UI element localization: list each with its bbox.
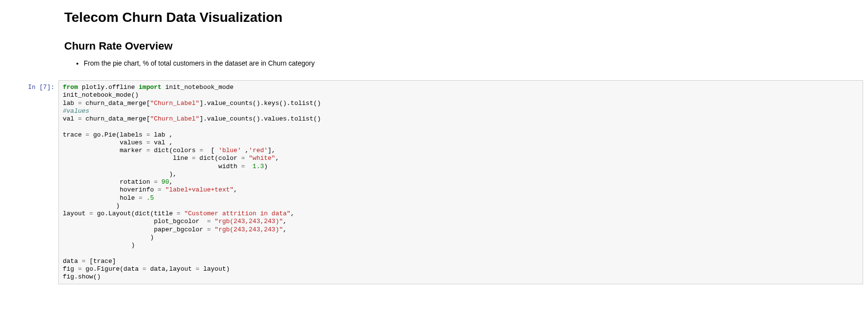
code-text: data,layout (146, 265, 196, 273)
operator: = (154, 178, 158, 186)
operator: = (139, 194, 143, 202)
code-text: , (234, 186, 237, 193)
code-text: hole (63, 194, 139, 202)
code-text: , (241, 147, 249, 154)
string: 'red' (249, 147, 268, 154)
code-text: , (290, 210, 294, 217)
operator: = (78, 265, 82, 273)
string: "label+value+text" (165, 186, 234, 193)
code-text: line (63, 155, 192, 162)
input-prompt: In [7]: (0, 80, 58, 91)
string: "white" (249, 155, 275, 162)
code-text: ].value_counts().keys().tolist() (199, 100, 321, 107)
code-text: val , (150, 139, 173, 146)
operator: = (86, 131, 90, 139)
operator: = (177, 210, 181, 217)
operator: = (207, 218, 211, 225)
code-text: ) (63, 234, 154, 241)
keyword: from (63, 84, 78, 91)
markdown-cell: Telecom Churn Data Visualization Churn R… (64, 10, 858, 69)
code-text: init_notebook_mode() (63, 91, 139, 99)
operator: = (241, 155, 245, 162)
operator: = (158, 186, 162, 193)
code-text: [ (203, 147, 218, 154)
operator: = (199, 147, 203, 154)
section-heading: Churn Rate Overview (64, 40, 858, 52)
operator: = (143, 265, 146, 273)
operator: = (78, 115, 82, 122)
code-text: ], (268, 147, 275, 154)
code-text: val (63, 115, 78, 122)
code-text: , (275, 155, 279, 162)
number: 90 (162, 178, 169, 186)
code-text: dict(color (196, 155, 241, 162)
code-text: go.Pie(labels (90, 131, 146, 139)
code-text: plotly.offline (78, 84, 139, 91)
code-text: rotation (63, 178, 154, 186)
operator: = (207, 226, 211, 233)
operator: = (241, 163, 245, 170)
code-text: trace (63, 131, 86, 139)
operator: = (78, 100, 82, 107)
code-text: marker (63, 147, 146, 154)
code-text: lab , (150, 131, 173, 139)
code-text: plot_bgcolor (63, 218, 207, 225)
operator: = (196, 265, 199, 273)
code-text: layout) (199, 265, 230, 273)
page-title: Telecom Churn Data Visualization (64, 10, 858, 25)
code-cell-row: In [7]: from plotly.offline import init_… (0, 80, 868, 284)
string: "Customer attrition in data" (184, 210, 290, 217)
code-text: ) (264, 163, 268, 170)
number: .5 (146, 194, 154, 202)
code-text: layout (63, 210, 90, 217)
keyword: import (139, 84, 162, 91)
code-text: ), (63, 171, 177, 178)
code-text: values (63, 139, 146, 146)
string: "rgb(243,243,243)" (215, 226, 283, 233)
operator: = (192, 155, 196, 162)
code-text: data (63, 258, 82, 265)
bullet-list: From the pie chart, % of total customers… (64, 58, 858, 69)
code-text: paper_bgcolor (63, 226, 207, 233)
code-text: lab (63, 100, 78, 107)
code-text: go.Layout(dict(title (93, 210, 177, 217)
code-text: churn_data_merge[ (82, 115, 150, 122)
code-text: , (283, 226, 287, 233)
code-text: width (63, 163, 241, 170)
operator: = (82, 258, 86, 265)
code-text: hoverinfo (63, 186, 158, 193)
code-text: ) (63, 242, 135, 249)
code-text: [trace] (86, 258, 116, 265)
code-input[interactable]: from plotly.offline import init_notebook… (58, 80, 863, 284)
comment: #values (63, 107, 90, 115)
number: 1.3 (253, 163, 264, 170)
string: 'blue' (218, 147, 241, 154)
code-text: ) (63, 202, 120, 209)
notebook-container: Telecom Churn Data Visualization Churn R… (0, 0, 868, 284)
code-text: init_notebook_mode (162, 84, 234, 91)
code-text: dict(colors (150, 147, 199, 154)
code-text: go.Figure(data (82, 265, 143, 273)
code-text: , (283, 218, 287, 225)
string: "rgb(243,243,243)" (215, 218, 283, 225)
code-text: fig (63, 265, 78, 273)
string: "Churn_Label" (150, 115, 199, 122)
code-text: ].value_counts().values.tolist() (199, 115, 321, 122)
list-item: From the pie chart, % of total customers… (84, 58, 858, 69)
code-text: , (169, 178, 173, 186)
string: "Churn_Label" (150, 100, 199, 107)
code-text: fig.show() (63, 273, 101, 280)
code-text: churn_data_merge[ (82, 100, 150, 107)
